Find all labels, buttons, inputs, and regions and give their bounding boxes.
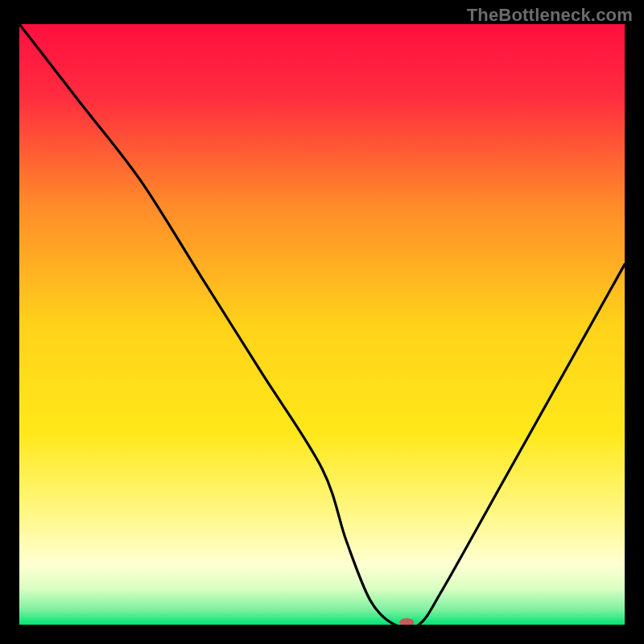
optimal-marker xyxy=(399,618,414,626)
gradient-background xyxy=(19,24,625,625)
chart-canvas xyxy=(0,0,644,644)
bottleneck-chart: TheBottleneck.com xyxy=(0,0,644,644)
watermark-text: TheBottleneck.com xyxy=(467,5,633,26)
